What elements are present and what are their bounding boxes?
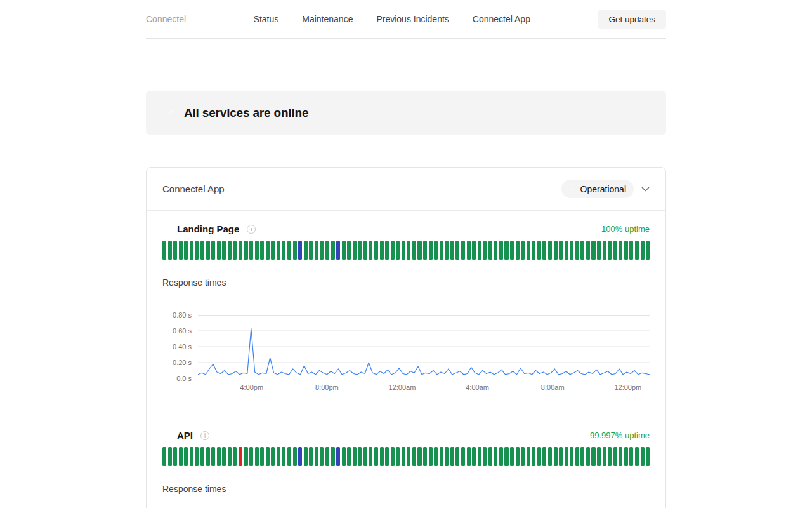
- uptime-bar[interactable]: [402, 447, 405, 466]
- uptime-bar[interactable]: [380, 241, 384, 260]
- uptime-bar[interactable]: [320, 241, 324, 260]
- uptime-bar[interactable]: [407, 447, 410, 466]
- uptime-bar[interactable]: [374, 447, 378, 466]
- uptime-bar[interactable]: [565, 447, 568, 466]
- uptime-bar[interactable]: [483, 241, 487, 260]
- uptime-bar[interactable]: [603, 241, 606, 260]
- uptime-bar[interactable]: [575, 447, 579, 466]
- uptime-bar[interactable]: [260, 241, 264, 260]
- uptime-bars[interactable]: [162, 447, 650, 466]
- uptime-bar[interactable]: [309, 241, 313, 260]
- info-icon[interactable]: i: [200, 431, 209, 440]
- uptime-bar[interactable]: [358, 241, 362, 260]
- uptime-bar[interactable]: [591, 241, 595, 260]
- uptime-bar[interactable]: [173, 241, 177, 260]
- uptime-bar[interactable]: [347, 447, 351, 466]
- uptime-bar[interactable]: [580, 241, 584, 260]
- uptime-bar[interactable]: [255, 241, 259, 260]
- uptime-bar[interactable]: [483, 447, 487, 466]
- uptime-bar[interactable]: [488, 241, 492, 260]
- uptime-bar[interactable]: [570, 241, 573, 260]
- uptime-bar[interactable]: [358, 447, 362, 466]
- uptime-bar[interactable]: [249, 241, 253, 260]
- uptime-bar[interactable]: [315, 447, 318, 466]
- uptime-bar[interactable]: [527, 447, 530, 466]
- uptime-bar[interactable]: [195, 447, 199, 466]
- uptime-bar[interactable]: [586, 447, 590, 466]
- uptime-bar[interactable]: [380, 447, 384, 466]
- uptime-bar[interactable]: [228, 447, 232, 466]
- uptime-bar[interactable]: [570, 447, 573, 466]
- uptime-bar[interactable]: [315, 241, 318, 260]
- uptime-bar[interactable]: [542, 447, 546, 466]
- uptime-bar[interactable]: [613, 241, 617, 260]
- uptime-bar[interactable]: [325, 241, 329, 260]
- uptime-bar[interactable]: [353, 241, 357, 260]
- uptime-bar[interactable]: [162, 447, 166, 466]
- uptime-bar[interactable]: [461, 447, 465, 466]
- uptime-bar[interactable]: [412, 241, 416, 260]
- uptime-bar[interactable]: [494, 447, 497, 466]
- uptime-bar[interactable]: [260, 447, 264, 466]
- uptime-bar[interactable]: [277, 447, 280, 466]
- uptime-bar[interactable]: [608, 447, 612, 466]
- uptime-bar[interactable]: [282, 241, 285, 260]
- uptime-bar[interactable]: [239, 447, 242, 466]
- uptime-bar[interactable]: [298, 447, 302, 466]
- uptime-bar[interactable]: [271, 241, 275, 260]
- uptime-bar[interactable]: [396, 241, 400, 260]
- uptime-bar[interactable]: [423, 241, 427, 260]
- brand-logo[interactable]: Connectel: [146, 14, 186, 24]
- uptime-bar[interactable]: [559, 447, 563, 466]
- uptime-bar[interactable]: [266, 241, 270, 260]
- uptime-bar[interactable]: [499, 241, 503, 260]
- chevron-down-icon[interactable]: [641, 187, 650, 192]
- uptime-bar[interactable]: [516, 241, 520, 260]
- nav-link-connectel-app[interactable]: Connectel App: [473, 14, 530, 24]
- uptime-bar[interactable]: [325, 447, 329, 466]
- uptime-bar[interactable]: [619, 447, 622, 466]
- uptime-bar[interactable]: [293, 241, 297, 260]
- uptime-bar[interactable]: [641, 447, 645, 466]
- uptime-bar[interactable]: [440, 241, 443, 260]
- uptime-bar[interactable]: [472, 447, 476, 466]
- uptime-bar[interactable]: [342, 241, 346, 260]
- uptime-bar[interactable]: [266, 447, 270, 466]
- uptime-bar[interactable]: [646, 241, 650, 260]
- uptime-bar[interactable]: [429, 241, 433, 260]
- uptime-bar[interactable]: [282, 447, 285, 466]
- uptime-bar[interactable]: [603, 447, 606, 466]
- uptime-bar[interactable]: [200, 241, 204, 260]
- uptime-bar[interactable]: [402, 241, 405, 260]
- uptime-bars[interactable]: [162, 241, 650, 260]
- uptime-bar[interactable]: [233, 241, 237, 260]
- uptime-bar[interactable]: [559, 241, 563, 260]
- uptime-bar[interactable]: [184, 447, 188, 466]
- uptime-bar[interactable]: [369, 241, 372, 260]
- uptime-bar[interactable]: [548, 241, 552, 260]
- uptime-bar[interactable]: [391, 447, 395, 466]
- uptime-bar[interactable]: [228, 241, 232, 260]
- nav-link-maintenance[interactable]: Maintenance: [302, 14, 353, 24]
- uptime-bar[interactable]: [629, 241, 633, 260]
- uptime-bar[interactable]: [641, 241, 645, 260]
- uptime-bar[interactable]: [179, 447, 183, 466]
- uptime-bar[interactable]: [173, 447, 177, 466]
- uptime-bar[interactable]: [233, 447, 237, 466]
- uptime-bar[interactable]: [200, 447, 204, 466]
- uptime-bar[interactable]: [516, 447, 520, 466]
- uptime-bar[interactable]: [440, 447, 443, 466]
- uptime-bar[interactable]: [417, 241, 421, 260]
- uptime-bar[interactable]: [363, 447, 367, 466]
- uptime-bar[interactable]: [591, 447, 595, 466]
- info-icon[interactable]: i: [247, 225, 256, 234]
- uptime-bar[interactable]: [532, 447, 535, 466]
- nav-link-status[interactable]: Status: [254, 14, 279, 24]
- uptime-bar[interactable]: [510, 447, 514, 466]
- uptime-bar[interactable]: [385, 447, 389, 466]
- uptime-bar[interactable]: [580, 447, 584, 466]
- uptime-bar[interactable]: [429, 447, 433, 466]
- uptime-bar[interactable]: [347, 241, 351, 260]
- uptime-bar[interactable]: [396, 447, 400, 466]
- uptime-bar[interactable]: [244, 447, 247, 466]
